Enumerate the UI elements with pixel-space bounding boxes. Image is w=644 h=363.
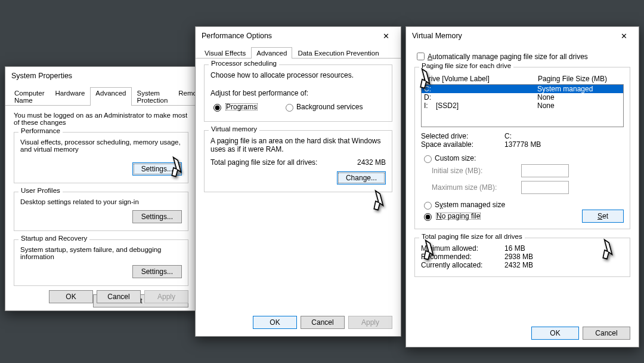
- each-drive-group: Paging file size for each drive Drive [V…: [414, 67, 630, 229]
- virtual-memory-desc: A paging file is an area on the hard dis…: [210, 137, 386, 153]
- startup-recovery-title: Startup and Recovery: [18, 235, 89, 242]
- system-properties-window: System Properties Computer Name Hardware…: [5, 66, 197, 311]
- tab-hardware[interactable]: Hardware: [50, 87, 91, 106]
- startup-recovery-desc: System startup, system failure, and debu…: [20, 246, 182, 260]
- drive-list-header: Drive [Volume Label] Paging File Size (M…: [421, 73, 624, 84]
- radio-custom-size-label: Custom size:: [435, 154, 476, 162]
- apply-button: Apply: [348, 316, 392, 329]
- radio-custom-size[interactable]: Custom size:: [421, 153, 624, 163]
- totals-group: Total paging file size for all drives Mi…: [414, 238, 630, 277]
- startup-recovery-group: Startup and Recovery System startup, sys…: [14, 239, 188, 286]
- apply-button: Apply: [144, 290, 188, 303]
- initial-size-label: Initial size (MB):: [432, 167, 521, 175]
- titlebar: System Properties: [5, 67, 197, 85]
- close-button[interactable]: ✕: [373, 27, 398, 44]
- drive-pf: None: [537, 101, 621, 110]
- virtual-memory-window: Virtual Memory ✕ Automatically manage pa…: [405, 26, 639, 347]
- drive-list[interactable]: C: System managed D: None I: [SSD2] None: [421, 84, 624, 127]
- ok-button[interactable]: OK: [531, 327, 579, 340]
- initial-size-input[interactable]: [521, 164, 569, 177]
- radio-no-paging-file[interactable]: No paging file: [421, 211, 482, 221]
- recommended-label: Recommended:: [421, 253, 504, 261]
- window-title: Virtual Memory: [412, 32, 462, 40]
- space-available-value: 137778 MB: [504, 140, 541, 149]
- user-profiles-group: User Profiles Desktop settings related t…: [14, 192, 188, 231]
- col-paging: Paging File Size (MB): [538, 75, 621, 83]
- radio-programs-label: Programs: [224, 102, 259, 112]
- performance-title: Performance: [18, 127, 63, 134]
- window-title: Performance Options: [202, 32, 272, 40]
- startup-recovery-settings-button[interactable]: Settings...: [132, 265, 182, 278]
- radio-system-managed[interactable]: System managed size: [421, 200, 624, 210]
- change-button[interactable]: Change...: [337, 171, 386, 184]
- auto-manage-checkbox[interactable]: Automatically manage paging file size fo…: [414, 51, 630, 62]
- drive-row-c[interactable]: C: System managed: [422, 85, 623, 93]
- admin-note: You must be logged on as an Administrato…: [14, 112, 188, 126]
- titlebar: Performance Options ✕: [196, 27, 401, 45]
- total-paging-label: Total paging file size for all drives:: [210, 158, 357, 167]
- performance-options-window: Performance Options ✕ Visual Effects Adv…: [195, 26, 401, 337]
- recommended-value: 2938 MB: [504, 253, 533, 261]
- currently-allocated-value: 2432 MB: [504, 261, 533, 269]
- close-icon: ✕: [383, 32, 389, 41]
- drive-row-i[interactable]: I: [SSD2] None: [422, 101, 623, 110]
- titlebar: Virtual Memory ✕: [406, 27, 639, 45]
- user-profiles-desc: Desktop settings related to your sign-in: [20, 198, 182, 205]
- totals-title: Total paging file size for all drives: [419, 233, 525, 240]
- selected-drive-label: Selected drive:: [421, 132, 504, 140]
- drive-vol: D:: [424, 93, 431, 101]
- minimum-allowed-value: 16 MB: [504, 244, 525, 253]
- max-size-label: Maximum size (MB):: [432, 183, 521, 192]
- processor-scheduling-desc: Choose how to allocate processor resourc…: [210, 71, 386, 79]
- radio-no-paging-file-label: No paging file: [435, 211, 482, 221]
- col-drive: Drive [Volume Label]: [423, 75, 538, 83]
- space-available-label: Space available:: [421, 140, 504, 149]
- drive-row-d[interactable]: D: None: [422, 93, 623, 101]
- cancel-button[interactable]: Cancel: [301, 316, 345, 329]
- tab-computer-name[interactable]: Computer Name: [9, 87, 50, 106]
- drive-vol: I:: [424, 101, 428, 110]
- performance-group: Performance Visual effects, processor sc…: [14, 132, 188, 183]
- auto-manage-label: utomatically manage paging file size for…: [432, 53, 588, 61]
- virtual-memory-title: Virtual memory: [209, 125, 259, 133]
- ok-button[interactable]: OK: [49, 290, 93, 303]
- processor-scheduling-title: Processor scheduling: [209, 60, 279, 67]
- selected-drive-value: C:: [504, 132, 512, 140]
- minimum-allowed-label: Minimum allowed:: [421, 244, 504, 253]
- drive-pf: System managed: [537, 85, 621, 93]
- drive-pf: None: [537, 93, 621, 101]
- tab-visual-effects[interactable]: Visual Effects: [199, 47, 251, 59]
- tabstrip: Computer Name Hardware Advanced System P…: [5, 85, 197, 106]
- each-drive-title: Paging file size for each drive: [419, 62, 513, 69]
- total-paging-value: 2432 MB: [357, 158, 386, 167]
- adjust-label: Adjust for best performance of:: [210, 89, 386, 97]
- window-title: System Properties: [11, 72, 72, 80]
- ok-button[interactable]: OK: [253, 316, 297, 329]
- virtual-memory-group: Virtual memory A paging file is an area …: [204, 130, 392, 192]
- tab-advanced[interactable]: Advanced: [90, 87, 131, 106]
- currently-allocated-label: Currently allocated:: [421, 261, 504, 269]
- max-size-input[interactable]: [521, 181, 569, 194]
- tab-system-protection[interactable]: System Protection: [132, 87, 174, 106]
- radio-background-services-label: Background services: [296, 103, 363, 111]
- cancel-button[interactable]: Cancel: [583, 327, 630, 340]
- radio-programs[interactable]: Programs: [210, 102, 259, 112]
- close-icon: ✕: [621, 32, 627, 41]
- tab-dep[interactable]: Data Execution Prevention: [292, 47, 384, 59]
- user-profiles-settings-button[interactable]: Settings...: [132, 210, 182, 223]
- drive-vol: C:: [424, 85, 431, 93]
- processor-scheduling-group: Processor scheduling Choose how to alloc…: [204, 64, 392, 122]
- performance-settings-button[interactable]: Settings...: [132, 162, 182, 176]
- user-profiles-title: User Profiles: [18, 187, 63, 194]
- drive-label: [SSD2]: [436, 101, 459, 110]
- tabstrip: Visual Effects Advanced Data Execution P…: [196, 45, 401, 59]
- radio-background-services[interactable]: Background services: [283, 102, 363, 112]
- performance-desc: Visual effects, processor scheduling, me…: [20, 139, 182, 153]
- set-button[interactable]: Set: [582, 210, 624, 223]
- tab-advanced[interactable]: Advanced: [251, 47, 292, 59]
- cancel-button[interactable]: Cancel: [97, 290, 141, 303]
- close-button[interactable]: ✕: [611, 27, 636, 44]
- radio-system-managed-label: System managed size: [435, 201, 505, 209]
